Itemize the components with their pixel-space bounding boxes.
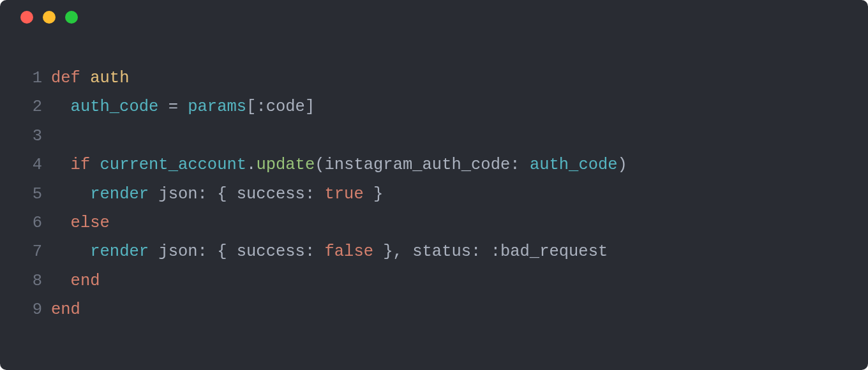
token bbox=[51, 156, 71, 174]
code-content: def auth bbox=[51, 64, 129, 93]
code-content: render json: { success: true } bbox=[51, 180, 383, 209]
token: auth_code bbox=[530, 156, 618, 174]
line-number: 8 bbox=[0, 267, 51, 295]
code-content: end bbox=[51, 267, 100, 295]
token: json: { success: bbox=[149, 185, 324, 204]
token: end bbox=[51, 300, 80, 319]
token: if bbox=[71, 156, 100, 174]
token bbox=[51, 242, 90, 261]
code-line: 6 else bbox=[0, 209, 868, 237]
token: (instagram_auth_code: bbox=[315, 156, 530, 174]
token: else bbox=[71, 214, 110, 232]
line-number: 2 bbox=[0, 93, 51, 121]
minimize-icon[interactable] bbox=[43, 11, 56, 24]
token: auth_code bbox=[71, 98, 159, 116]
token: }, status: :bad_request bbox=[373, 242, 608, 261]
line-number: 5 bbox=[0, 180, 51, 209]
token: ) bbox=[618, 156, 627, 174]
line-number: 4 bbox=[0, 151, 51, 179]
close-icon[interactable] bbox=[20, 11, 33, 24]
token: update bbox=[256, 156, 315, 174]
token: def bbox=[51, 69, 90, 87]
token bbox=[51, 127, 61, 145]
code-line: 3 bbox=[0, 122, 868, 151]
token bbox=[51, 98, 71, 116]
token bbox=[51, 214, 71, 232]
token: true bbox=[325, 185, 364, 204]
code-window: 1def auth2 auth_code = params[:code]3 4 … bbox=[0, 0, 868, 370]
token: end bbox=[71, 272, 100, 290]
token: [:code] bbox=[246, 98, 315, 116]
token bbox=[51, 185, 90, 204]
titlebar bbox=[0, 0, 868, 34]
code-line: 1def auth bbox=[0, 64, 868, 93]
line-number: 9 bbox=[0, 295, 51, 324]
code-content bbox=[51, 122, 61, 151]
code-content: else bbox=[51, 209, 110, 237]
token: json: { success: bbox=[149, 242, 324, 261]
line-number: 1 bbox=[0, 64, 51, 93]
token: = bbox=[158, 98, 188, 116]
line-number: 6 bbox=[0, 209, 51, 237]
token: render bbox=[90, 242, 149, 261]
code-line: 9end bbox=[0, 295, 868, 324]
token: . bbox=[246, 156, 256, 174]
code-content: end bbox=[51, 295, 80, 324]
line-number: 7 bbox=[0, 237, 51, 266]
token bbox=[51, 272, 71, 290]
token: auth bbox=[90, 69, 129, 87]
code-line: 2 auth_code = params[:code] bbox=[0, 93, 868, 121]
code-line: 7 render json: { success: false }, statu… bbox=[0, 237, 868, 266]
code-content: render json: { success: false }, status:… bbox=[51, 237, 608, 266]
zoom-icon[interactable] bbox=[65, 11, 78, 24]
token: current_account bbox=[100, 156, 247, 174]
code-content: auth_code = params[:code] bbox=[51, 93, 315, 121]
code-line: 5 render json: { success: true } bbox=[0, 180, 868, 209]
code-editor: 1def auth2 auth_code = params[:code]3 4 … bbox=[0, 34, 868, 324]
code-content: if current_account.update(instagram_auth… bbox=[51, 151, 627, 179]
line-number: 3 bbox=[0, 122, 51, 151]
token: render bbox=[90, 185, 149, 204]
code-line: 4 if current_account.update(instagram_au… bbox=[0, 151, 868, 179]
code-line: 8 end bbox=[0, 267, 868, 295]
token: false bbox=[325, 242, 374, 261]
token: params bbox=[188, 98, 246, 116]
token: } bbox=[364, 185, 384, 204]
